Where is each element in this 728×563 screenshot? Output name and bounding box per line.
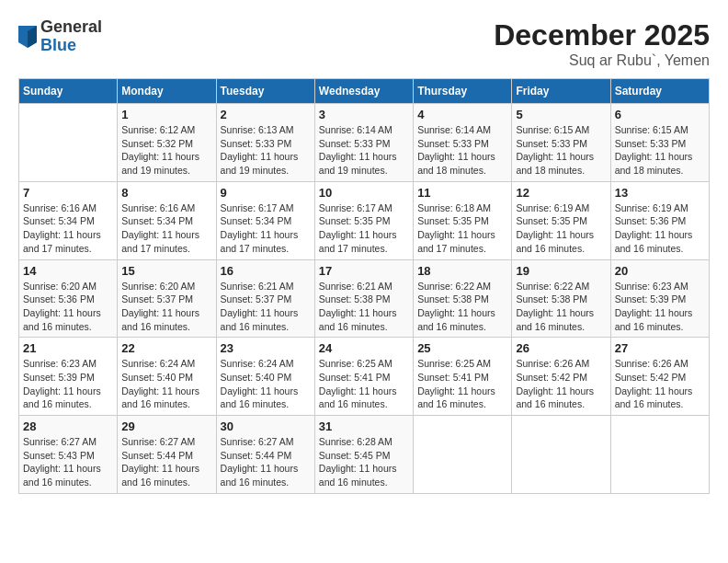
sunset-text: Sunset: 5:36 PM [615, 215, 687, 226]
calendar-cell: 11 Sunrise: 6:18 AM Sunset: 5:35 PM Dayl… [414, 181, 512, 259]
day-number: 11 [417, 186, 507, 200]
day-info: Sunrise: 6:12 AM Sunset: 5:32 PM Dayligh… [121, 123, 211, 178]
day-number: 27 [615, 341, 705, 355]
daylight-text: Daylight: 11 hours and 16 minutes. [417, 385, 495, 410]
daylight-text: Daylight: 11 hours and 17 minutes. [221, 229, 299, 254]
daylight-text: Daylight: 11 hours and 16 minutes. [319, 463, 397, 488]
calendar-cell [610, 416, 709, 494]
day-info: Sunrise: 6:17 AM Sunset: 5:34 PM Dayligh… [221, 201, 311, 256]
daylight-text: Daylight: 11 hours and 16 minutes. [121, 307, 199, 332]
daylight-text: Daylight: 11 hours and 16 minutes. [221, 307, 299, 332]
sunrise-text: Sunrise: 6:23 AM [23, 358, 97, 369]
calendar-cell [19, 104, 118, 182]
sunrise-text: Sunrise: 6:17 AM [319, 202, 392, 213]
daylight-text: Daylight: 11 hours and 16 minutes. [615, 229, 693, 254]
daylight-text: Daylight: 11 hours and 16 minutes. [417, 307, 495, 332]
sunrise-text: Sunrise: 6:15 AM [615, 124, 688, 135]
sunrise-text: Sunrise: 6:16 AM [121, 202, 195, 213]
day-number: 3 [319, 108, 409, 121]
location: Suq ar Rubu`, Yemen [494, 52, 710, 69]
sunset-text: Sunset: 5:36 PM [23, 293, 95, 304]
sunrise-text: Sunrise: 6:17 AM [221, 202, 294, 213]
daylight-text: Daylight: 11 hours and 17 minutes. [121, 229, 199, 254]
day-number: 20 [615, 264, 705, 278]
calendar-cell [414, 416, 512, 494]
calendar-cell: 31 Sunrise: 6:28 AM Sunset: 5:45 PM Dayl… [314, 416, 413, 494]
logo: General Blue [18, 18, 102, 55]
sunrise-text: Sunrise: 6:16 AM [23, 202, 97, 213]
sunrise-text: Sunrise: 6:27 AM [221, 436, 294, 447]
sunrise-text: Sunrise: 6:21 AM [319, 281, 392, 292]
month-year: December 2025 [494, 18, 710, 52]
day-number: 18 [417, 264, 507, 278]
sunrise-text: Sunrise: 6:26 AM [615, 358, 688, 369]
sunrise-text: Sunrise: 6:27 AM [121, 436, 195, 447]
daylight-text: Daylight: 11 hours and 16 minutes. [121, 463, 199, 488]
day-info: Sunrise: 6:27 AM Sunset: 5:44 PM Dayligh… [221, 435, 311, 489]
day-of-week-header: Monday [118, 79, 216, 104]
calendar-cell: 25 Sunrise: 6:25 AM Sunset: 5:41 PM Dayl… [414, 338, 512, 416]
day-number: 14 [23, 264, 113, 278]
sunset-text: Sunset: 5:35 PM [319, 215, 391, 226]
day-number: 24 [319, 341, 409, 355]
daylight-text: Daylight: 11 hours and 16 minutes. [221, 463, 299, 488]
sunrise-text: Sunrise: 6:20 AM [23, 281, 97, 292]
logo-icon [18, 26, 37, 48]
calendar-cell: 20 Sunrise: 6:23 AM Sunset: 5:39 PM Dayl… [610, 259, 709, 338]
calendar-week-row: 21 Sunrise: 6:23 AM Sunset: 5:39 PM Dayl… [19, 338, 710, 416]
sunset-text: Sunset: 5:34 PM [221, 215, 292, 226]
sunrise-text: Sunrise: 6:20 AM [121, 281, 195, 292]
calendar-week-row: 1 Sunrise: 6:12 AM Sunset: 5:32 PM Dayli… [19, 104, 710, 182]
sunrise-text: Sunrise: 6:28 AM [319, 436, 392, 447]
calendar-week-row: 7 Sunrise: 6:16 AM Sunset: 5:34 PM Dayli… [19, 181, 710, 259]
day-of-week-header: Tuesday [216, 79, 314, 104]
calendar-cell: 16 Sunrise: 6:21 AM Sunset: 5:37 PM Dayl… [216, 259, 314, 338]
sunrise-text: Sunrise: 6:24 AM [121, 358, 195, 369]
calendar-cell: 1 Sunrise: 6:12 AM Sunset: 5:32 PM Dayli… [118, 104, 216, 182]
day-number: 22 [121, 341, 211, 355]
day-number: 15 [121, 264, 211, 278]
daylight-text: Daylight: 11 hours and 17 minutes. [319, 229, 397, 254]
day-of-week-header: Friday [512, 79, 610, 104]
sunset-text: Sunset: 5:44 PM [221, 450, 292, 461]
daylight-text: Daylight: 11 hours and 17 minutes. [23, 229, 101, 254]
sunset-text: Sunset: 5:33 PM [417, 138, 489, 149]
daylight-text: Daylight: 11 hours and 19 minutes. [319, 151, 397, 176]
day-number: 13 [615, 186, 705, 200]
day-info: Sunrise: 6:17 AM Sunset: 5:35 PM Dayligh… [319, 201, 409, 256]
day-number: 21 [23, 341, 113, 355]
day-number: 4 [417, 108, 507, 121]
sunset-text: Sunset: 5:37 PM [121, 293, 193, 304]
day-of-week-header: Sunday [19, 79, 118, 104]
day-of-week-header: Wednesday [314, 79, 413, 104]
day-info: Sunrise: 6:26 AM Sunset: 5:42 PM Dayligh… [615, 357, 705, 411]
day-number: 10 [319, 186, 409, 200]
day-number: 25 [417, 341, 507, 355]
sunrise-text: Sunrise: 6:26 AM [516, 358, 589, 369]
day-info: Sunrise: 6:25 AM Sunset: 5:41 PM Dayligh… [319, 357, 409, 411]
sunset-text: Sunset: 5:33 PM [319, 138, 391, 149]
calendar-cell: 12 Sunrise: 6:19 AM Sunset: 5:35 PM Dayl… [512, 181, 610, 259]
day-info: Sunrise: 6:23 AM Sunset: 5:39 PM Dayligh… [615, 280, 705, 334]
sunrise-text: Sunrise: 6:24 AM [221, 358, 294, 369]
day-info: Sunrise: 6:16 AM Sunset: 5:34 PM Dayligh… [23, 201, 113, 256]
day-number: 8 [121, 186, 211, 200]
day-number: 29 [121, 419, 211, 433]
daylight-text: Daylight: 11 hours and 16 minutes. [23, 463, 101, 488]
calendar-cell: 23 Sunrise: 6:24 AM Sunset: 5:40 PM Dayl… [216, 338, 314, 416]
calendar-cell: 30 Sunrise: 6:27 AM Sunset: 5:44 PM Dayl… [216, 416, 314, 494]
day-number: 28 [23, 419, 113, 433]
daylight-text: Daylight: 11 hours and 16 minutes. [516, 307, 594, 332]
sunset-text: Sunset: 5:35 PM [417, 215, 489, 226]
calendar-cell: 26 Sunrise: 6:26 AM Sunset: 5:42 PM Dayl… [512, 338, 610, 416]
daylight-text: Daylight: 11 hours and 16 minutes. [23, 385, 101, 410]
sunset-text: Sunset: 5:32 PM [121, 138, 193, 149]
calendar-cell: 10 Sunrise: 6:17 AM Sunset: 5:35 PM Dayl… [314, 181, 413, 259]
daylight-text: Daylight: 11 hours and 16 minutes. [221, 385, 299, 410]
sunrise-text: Sunrise: 6:13 AM [221, 124, 294, 135]
day-info: Sunrise: 6:14 AM Sunset: 5:33 PM Dayligh… [319, 123, 409, 178]
day-info: Sunrise: 6:15 AM Sunset: 5:33 PM Dayligh… [516, 123, 606, 178]
day-number: 12 [516, 186, 606, 200]
daylight-text: Daylight: 11 hours and 18 minutes. [615, 151, 693, 176]
page-header: General Blue December 2025 Suq ar Rubu`,… [18, 18, 710, 69]
